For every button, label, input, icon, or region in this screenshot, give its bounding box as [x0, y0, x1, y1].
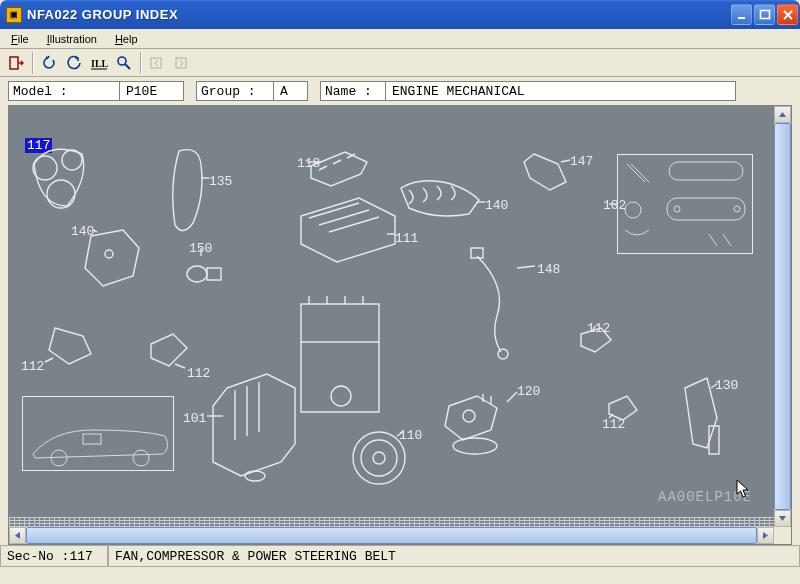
status-bar: Sec-No :117 FAN,COMPRESSOR & POWER STEER…	[0, 545, 800, 567]
svg-rect-16	[669, 162, 743, 180]
menu-file[interactable]: File	[4, 31, 36, 47]
svg-line-23	[93, 230, 97, 232]
vertical-scrollbar[interactable]	[774, 106, 791, 527]
scroll-down-button[interactable]	[774, 510, 791, 527]
menu-bar: File Illustration Help	[0, 29, 800, 49]
svg-point-48	[51, 450, 67, 466]
svg-point-20	[625, 202, 641, 218]
svg-rect-2	[10, 57, 18, 69]
svg-point-5	[118, 57, 126, 65]
svg-line-47	[711, 384, 717, 388]
scroll-up-button[interactable]	[774, 106, 791, 123]
svg-rect-25	[207, 268, 221, 280]
svg-point-24	[187, 266, 207, 282]
scroll-thumb[interactable]	[26, 527, 757, 544]
menu-illustration[interactable]: Illustration	[40, 31, 104, 47]
svg-line-31	[45, 358, 53, 362]
svg-rect-0	[738, 17, 745, 19]
group-label: Group :	[196, 81, 274, 101]
svg-rect-46	[709, 426, 719, 454]
close-button[interactable]	[777, 4, 798, 25]
svg-point-35	[245, 471, 265, 481]
toolbar-separator	[140, 52, 142, 74]
exit-button[interactable]	[4, 51, 28, 75]
model-label: Model :	[8, 81, 120, 101]
svg-line-30	[517, 266, 535, 268]
svg-line-14	[561, 160, 570, 162]
svg-point-49	[133, 450, 149, 466]
toolbar-separator	[32, 52, 34, 74]
scroll-track[interactable]	[26, 527, 757, 544]
svg-line-32	[175, 364, 185, 368]
name-label: Name :	[320, 81, 386, 101]
illustration-list-button[interactable]: ILL	[87, 51, 111, 75]
status-description: FAN,COMPRESSOR & POWER STEERING BELT	[108, 546, 800, 567]
group-value: A	[274, 81, 308, 101]
diagram-lineart	[9, 106, 769, 526]
scroll-left-button[interactable]	[9, 527, 26, 544]
svg-line-6	[125, 64, 130, 69]
svg-point-29	[498, 349, 508, 359]
toolbar: ILL	[0, 49, 800, 77]
svg-point-43	[463, 410, 475, 422]
next-button	[170, 51, 194, 75]
svg-point-41	[373, 452, 385, 464]
scrollbar-corner	[774, 527, 791, 544]
scroll-track[interactable]	[774, 123, 791, 510]
info-fields: Model : P10E Group : A Name : ENGINE MEC…	[0, 77, 800, 105]
svg-rect-37	[301, 304, 379, 342]
diagram-viewer: 117 135 118 147 140 102 140 150 111 148 …	[8, 105, 792, 545]
svg-point-18	[674, 206, 680, 212]
scroll-thumb[interactable]	[774, 123, 791, 510]
window-title: NFA022 GROUP INDEX	[27, 7, 731, 22]
prev-button	[145, 51, 169, 75]
svg-point-11	[47, 180, 75, 208]
horizontal-scrollbar[interactable]	[9, 527, 774, 544]
menu-help[interactable]: Help	[108, 31, 145, 47]
svg-point-19	[734, 206, 740, 212]
svg-rect-50	[83, 434, 101, 444]
svg-rect-17	[667, 198, 745, 220]
ruler-strip	[9, 517, 774, 527]
undo-button[interactable]	[37, 51, 61, 75]
svg-rect-7	[151, 58, 161, 68]
app-icon: ▣	[6, 7, 22, 23]
cursor-icon	[736, 479, 750, 499]
window-buttons	[731, 4, 798, 25]
svg-line-42	[397, 432, 403, 436]
svg-point-38	[331, 386, 351, 406]
model-value: P10E	[120, 81, 184, 101]
svg-rect-1	[760, 10, 769, 18]
name-value: ENGINE MECHANICAL	[386, 81, 736, 101]
diagram-canvas[interactable]: 117 135 118 147 140 102 140 150 111 148 …	[9, 106, 774, 527]
title-bar: ▣ NFA022 GROUP INDEX	[0, 0, 800, 29]
maximize-button[interactable]	[754, 4, 775, 25]
svg-line-45	[507, 392, 517, 402]
svg-rect-8	[176, 58, 186, 68]
svg-point-40	[361, 440, 397, 476]
svg-point-44	[453, 438, 497, 454]
redo-button[interactable]	[62, 51, 86, 75]
search-button[interactable]	[112, 51, 136, 75]
status-secno: Sec-No :117	[0, 546, 108, 567]
scroll-right-button[interactable]	[757, 527, 774, 544]
svg-text:ILL: ILL	[91, 58, 108, 69]
minimize-button[interactable]	[731, 4, 752, 25]
svg-point-22	[105, 250, 113, 258]
